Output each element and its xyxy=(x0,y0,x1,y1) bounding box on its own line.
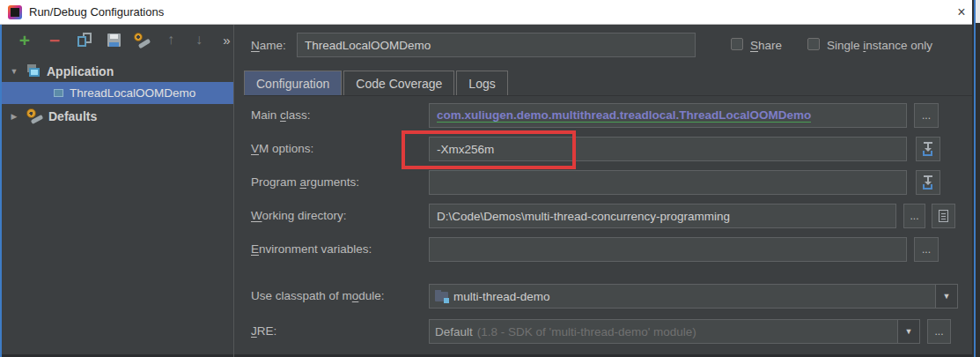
move-down-button[interactable]: ↓ xyxy=(188,29,210,50)
application-icon xyxy=(26,64,41,78)
move-up-button[interactable]: ↑ xyxy=(160,29,181,50)
label-text: nstance only xyxy=(866,39,932,52)
vm-options-label: VM options: xyxy=(251,142,313,155)
tab-configuration[interactable]: Configuration xyxy=(244,71,342,95)
copy-icon xyxy=(77,33,92,47)
tree-item-label: Application xyxy=(47,64,114,78)
background-window-sliver xyxy=(972,0,980,357)
chevron-double-right-icon: » xyxy=(223,33,231,48)
chevron-right-icon[interactable]: ▶ xyxy=(9,112,19,121)
defaults-wrench-icon xyxy=(26,108,43,123)
share-checkbox[interactable] xyxy=(731,38,743,50)
name-input[interactable] xyxy=(297,33,696,57)
edit-defaults-button[interactable] xyxy=(131,29,152,50)
jre-browse-button[interactable]: ... xyxy=(927,319,951,344)
run-configuration-icon xyxy=(53,88,64,98)
vm-options-expand-button[interactable] xyxy=(916,137,940,161)
tree-item-application[interactable]: ▼ Application xyxy=(2,60,233,82)
single-instance-label: Single instance only xyxy=(827,39,932,52)
label-mnemonic: N xyxy=(251,39,260,52)
environment-variables-input[interactable] xyxy=(429,237,907,262)
jre-value: Default (1.8 - SDK of 'multi-thread-demo… xyxy=(430,325,897,338)
module-classpath-value: multi-thread-demo xyxy=(430,290,935,303)
environment-variables-browse-button[interactable]: ... xyxy=(914,237,939,262)
working-directory-browse-button[interactable]: ... xyxy=(903,204,925,228)
run-debug-configurations-dialog: Run/Debug Configurations × + − ↑ ↓ » xyxy=(0,0,980,357)
working-directory-input[interactable] xyxy=(429,204,896,228)
module-classpath-dropdown[interactable]: multi-thread-demo ▼ xyxy=(429,284,958,309)
add-configuration-button[interactable]: + xyxy=(14,29,35,50)
jre-dropdown[interactable]: Default (1.8 - SDK of 'multi-thread-demo… xyxy=(429,319,920,344)
label-text: dule: xyxy=(358,289,384,302)
module-icon xyxy=(435,291,448,301)
save-icon xyxy=(107,33,121,47)
name-label: Name: xyxy=(251,39,286,52)
expand-field-icon xyxy=(921,175,935,190)
label-text: orking directory: xyxy=(262,209,347,222)
panel-divider xyxy=(233,25,234,357)
copy-configuration-button[interactable] xyxy=(74,29,95,50)
background-window-titlebar-sliver xyxy=(976,0,980,23)
plus-icon: + xyxy=(19,31,30,49)
environment-variables-label: Environment variables: xyxy=(251,242,372,256)
tree-item-label: Defaults xyxy=(48,109,97,123)
jre-detail-text: (1.8 - SDK of 'multi-thread-demo' module… xyxy=(477,325,696,338)
label-text: Program xyxy=(251,175,300,189)
save-configuration-button[interactable] xyxy=(103,29,124,50)
minus-icon: − xyxy=(49,31,60,49)
label-text: Main xyxy=(251,108,280,122)
tab-code-coverage[interactable]: Code Coverage xyxy=(343,71,454,95)
share-label: Share xyxy=(750,39,782,52)
label-mnemonic: J xyxy=(251,324,257,338)
tab-divider xyxy=(244,95,972,96)
main-class-field[interactable]: com.xuliugen.demo.multithread.treadlocal… xyxy=(429,103,907,128)
main-class-browse-button[interactable]: ... xyxy=(914,103,939,128)
label-text: rguments: xyxy=(306,175,359,189)
settings-tabs: Configuration Code Coverage Logs xyxy=(244,71,510,95)
label-text: Use classpath of m xyxy=(251,289,352,302)
tree-item-threadlocaloomdemo[interactable]: ThreadLocalOOMDemo xyxy=(2,82,233,104)
intellij-logo-icon xyxy=(8,5,22,19)
label-mnemonic: c xyxy=(280,108,286,122)
settings-wrench-icon xyxy=(134,33,151,48)
program-arguments-input[interactable] xyxy=(429,170,907,195)
label-text: nvironment variables: xyxy=(259,242,372,256)
single-instance-checkbox[interactable] xyxy=(807,38,820,50)
tab-logs[interactable]: Logs xyxy=(456,71,507,95)
label-text: hare xyxy=(758,39,782,52)
label-mnemonic: E xyxy=(251,242,259,256)
arrow-up-icon: ↑ xyxy=(167,33,174,47)
close-icon[interactable]: × xyxy=(951,3,972,22)
more-actions-button[interactable]: » xyxy=(217,29,238,50)
label-text: Single xyxy=(827,39,863,52)
jre-label: JRE: xyxy=(251,324,276,338)
program-arguments-expand-button[interactable] xyxy=(916,170,940,195)
main-class-value: com.xuliugen.demo.multithread.treadlocal… xyxy=(437,108,811,123)
dropdown-arrow-icon[interactable]: ▼ xyxy=(935,285,957,308)
ellipsis-icon: ... xyxy=(910,210,918,222)
label-mnemonic: a xyxy=(300,175,307,189)
document-icon xyxy=(939,210,948,222)
program-arguments-label: Program arguments: xyxy=(251,175,359,189)
remove-configuration-button[interactable]: − xyxy=(44,29,65,50)
tree-item-label: ThreadLocalOOMDemo xyxy=(70,86,195,100)
working-directory-label: Working directory: xyxy=(251,209,347,222)
main-class-label: Main class: xyxy=(251,108,311,122)
label-text: ame: xyxy=(260,39,286,52)
module-name: multi-thread-demo xyxy=(453,290,550,303)
tree-item-defaults[interactable]: ▶ Defaults xyxy=(2,105,233,127)
ellipsis-icon: ... xyxy=(922,109,931,122)
label-mnemonic: V xyxy=(251,142,259,155)
jre-default-text: Default xyxy=(435,325,473,338)
working-directory-macros-button[interactable] xyxy=(932,204,955,228)
title-bar: Run/Debug Configurations xyxy=(0,0,972,25)
window-right-border xyxy=(974,0,976,357)
dropdown-arrow-icon[interactable]: ▼ xyxy=(897,320,919,343)
label-mnemonic: W xyxy=(251,209,262,222)
label-text: lass: xyxy=(286,108,311,122)
label-text: RE: xyxy=(257,324,277,338)
chevron-down-icon[interactable]: ▼ xyxy=(9,67,19,76)
module-classpath-label: Use classpath of module: xyxy=(251,289,385,302)
ellipsis-icon: ... xyxy=(922,243,931,256)
vm-options-input[interactable] xyxy=(429,137,907,161)
